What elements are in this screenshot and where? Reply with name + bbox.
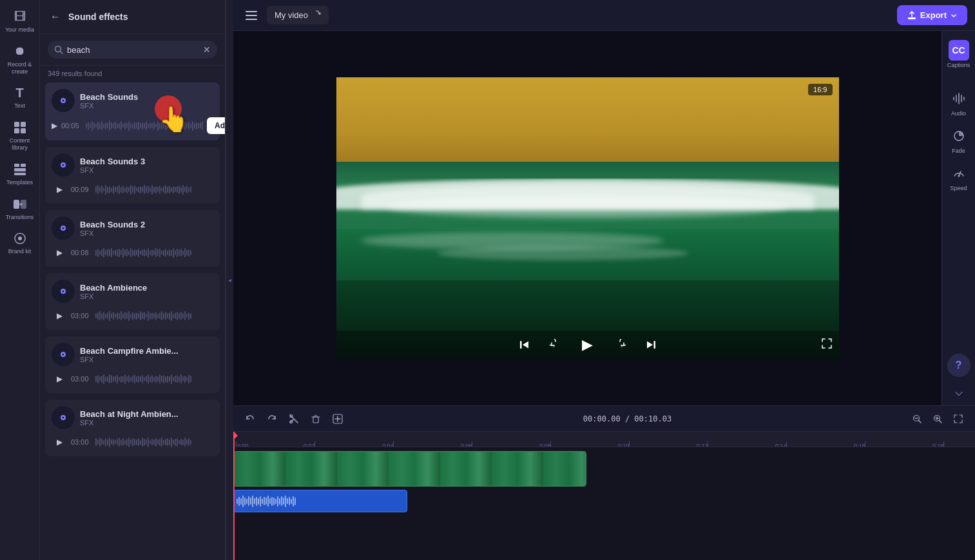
sound-duration: 00:05 (61, 122, 82, 130)
right-panel: CC Captions Audio (941, 31, 975, 405)
help-button[interactable]: ? (947, 354, 970, 377)
speed-panel-item[interactable]: Speed (945, 163, 973, 195)
play-button[interactable]: ▶ (52, 182, 67, 197)
sound-name: Beach Ambience (80, 283, 213, 293)
forward-5s-button[interactable]: 5 (610, 334, 630, 355)
svg-rect-32 (246, 15, 257, 16)
play-button[interactable]: ▶ (52, 308, 67, 323)
waveform (95, 246, 213, 259)
play-button[interactable]: ▶ (52, 371, 67, 387)
delete-button[interactable] (307, 410, 325, 428)
add-to-timeline-button[interactable]: Add to timeline (207, 117, 225, 134)
sound-name: Beach Sounds (80, 92, 213, 102)
fade-panel-item[interactable]: Fade (945, 126, 973, 158)
sidebar-item-your-media[interactable]: 🎞 Your media (2, 5, 38, 37)
sound-name: Beach at Night Ambien... (80, 409, 213, 419)
svg-rect-31 (246, 11, 257, 12)
panel-collapse-handle[interactable] (226, 0, 233, 560)
zoom-out-button[interactable] (908, 410, 926, 428)
sidebar-item-text[interactable]: T Text (2, 81, 38, 113)
waveform (95, 183, 213, 196)
sound-duration: 03:00 (71, 438, 92, 446)
clear-search-button[interactable]: ✕ (203, 44, 211, 55)
fullscreen-button[interactable] (821, 338, 833, 352)
waveform (86, 119, 203, 132)
svg-point-18 (63, 164, 64, 166)
search-icon (54, 45, 63, 54)
sidebar-item-transitions[interactable]: Transitions (2, 193, 38, 225)
top-bar: My video Export (233, 0, 975, 31)
export-button[interactable]: Export (897, 5, 967, 25)
sound-controls: ▶ 00:08 (52, 245, 213, 260)
waveform (95, 372, 213, 385)
video-clip[interactable] (233, 451, 586, 487)
sound-item[interactable]: Beach Sounds 3 SFX ▶ 00:09 (45, 147, 220, 204)
svg-text:5: 5 (621, 344, 623, 348)
sound-item[interactable]: Beach at Night Ambien... SFX ▶ 03:00 (45, 400, 220, 456)
skip-to-start-button[interactable] (514, 334, 535, 355)
sidebar-item-record-create[interactable]: ⏺ Record &create (2, 40, 38, 79)
brand-kit-icon (12, 231, 28, 246)
sound-item-header: Beach Sounds 2 SFX (52, 217, 213, 240)
play-button[interactable]: ▶ (52, 434, 67, 450)
redo-button[interactable] (263, 410, 281, 428)
templates-icon (12, 162, 28, 177)
svg-point-21 (63, 227, 64, 229)
speed-icon (952, 167, 965, 183)
captions-button[interactable]: CC Captions (943, 36, 974, 72)
sound-duration: 03:00 (71, 375, 92, 383)
audio-panel-item[interactable]: Audio (945, 88, 973, 121)
play-button[interactable]: ▶ (52, 118, 57, 133)
sound-info: Beach Sounds 3 SFX (80, 157, 213, 174)
sound-item[interactable]: Beach Sounds SFX ▶ 00:05 (45, 82, 220, 140)
svg-rect-35 (520, 341, 522, 349)
sound-item[interactable]: Beach Sounds 2 SFX ▶ 00:08 (45, 210, 220, 267)
play-button[interactable]: ▶ (52, 245, 67, 260)
sound-thumb (52, 406, 75, 429)
sound-effects-panel: ← Sound effects beach ✕ 349 results foun… (40, 0, 226, 560)
svg-rect-4 (14, 164, 19, 167)
sound-controls: ▶ 03:00 (52, 308, 213, 323)
audio-icon (952, 92, 965, 108)
sound-thumb (52, 280, 75, 303)
sound-controls: ▶ 00:05 (52, 117, 213, 134)
zoom-in-button[interactable] (929, 410, 947, 428)
sound-item-header: Beach Campfire Ambie... SFX (52, 343, 213, 366)
sound-type: SFX (80, 166, 213, 174)
sidebar-item-templates[interactable]: Templates (2, 158, 38, 190)
sound-controls: ▶ 03:00 (52, 371, 213, 387)
rewind-5s-button[interactable]: 5 (545, 334, 566, 355)
playhead[interactable] (233, 432, 235, 560)
undo-button[interactable] (241, 410, 259, 428)
back-button[interactable]: ← (48, 9, 63, 24)
sound-duration: 03:00 (71, 312, 92, 320)
sidebar-item-content-library[interactable]: Contentlibrary (2, 116, 38, 155)
menu-button[interactable] (241, 5, 262, 26)
svg-rect-5 (21, 164, 26, 167)
audio-clip[interactable] (233, 490, 407, 512)
svg-point-40 (958, 175, 960, 177)
search-input[interactable]: beach (67, 45, 199, 55)
transitions-icon (12, 197, 28, 212)
svg-point-11 (18, 237, 22, 240)
project-tab[interactable]: My video (267, 6, 329, 24)
sound-item-header: Beach Sounds SFX (52, 89, 213, 112)
audio-track (233, 490, 975, 512)
svg-point-30 (63, 417, 64, 419)
expand-timeline-button[interactable] (949, 410, 967, 428)
sound-name: Beach Sounds 3 (80, 157, 213, 166)
aspect-ratio-badge: 16:9 (808, 84, 832, 95)
cut-button[interactable] (285, 410, 303, 428)
add-media-button[interactable] (329, 410, 347, 428)
panel-collapse-chevron[interactable] (947, 387, 970, 400)
content-library-icon (12, 120, 28, 135)
sound-item[interactable]: Beach Campfire Ambie... SFX ▶ 03:00 (45, 336, 220, 393)
play-pause-button[interactable]: ▶ (576, 333, 599, 356)
sound-item[interactable]: Beach Ambience SFX ▶ 03:00 (45, 273, 220, 330)
skip-to-end-button[interactable] (641, 334, 661, 355)
svg-rect-3 (21, 128, 26, 133)
video-preview: 16:9 5 ▶ 5 (336, 77, 839, 359)
sidebar-item-brand-kit[interactable]: Brand kit (2, 227, 38, 259)
fade-icon (952, 130, 965, 146)
video-track (233, 451, 975, 487)
